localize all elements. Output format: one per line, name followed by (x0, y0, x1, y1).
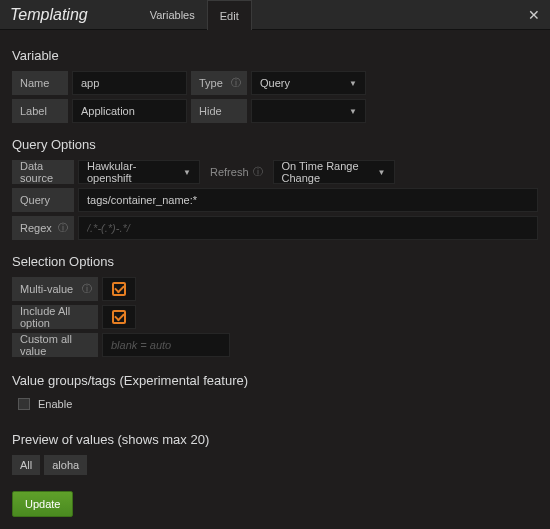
query-label: Query (12, 188, 74, 212)
enable-checkbox[interactable] (18, 398, 30, 410)
enable-label: Enable (38, 398, 72, 410)
regex-label: Regex ⓘ (12, 216, 74, 240)
regex-input[interactable] (78, 216, 538, 240)
section-variable: Variable (12, 48, 538, 63)
refresh-label: Refresh ⓘ (204, 160, 269, 184)
regex-label-text: Regex (20, 222, 52, 234)
check-icon (112, 310, 126, 324)
hide-label: Hide (191, 99, 247, 123)
label-input[interactable] (72, 99, 187, 123)
refresh-select[interactable]: On Time Range Change ▼ (273, 160, 395, 184)
name-label: Name (12, 71, 68, 95)
type-label-text: Type (199, 77, 223, 89)
section-selection: Selection Options (12, 254, 538, 269)
section-query-options: Query Options (12, 137, 538, 152)
info-icon[interactable]: ⓘ (82, 282, 92, 296)
datasource-select[interactable]: Hawkular-openshift ▼ (78, 160, 200, 184)
name-input[interactable] (72, 71, 187, 95)
tab-edit[interactable]: Edit (207, 0, 252, 30)
preview-value: aloha (44, 455, 87, 475)
check-icon (112, 282, 126, 296)
datasource-select-value: Hawkular-openshift (87, 160, 177, 184)
caret-down-icon: ▼ (349, 79, 357, 88)
label-label: Label (12, 99, 68, 123)
caret-down-icon: ▼ (378, 168, 386, 177)
customall-label: Custom all value (12, 333, 98, 357)
info-icon[interactable]: ⓘ (253, 165, 263, 179)
tab-variables[interactable]: Variables (138, 0, 207, 29)
caret-down-icon: ▼ (183, 168, 191, 177)
multivalue-label-text: Multi-value (20, 283, 73, 295)
section-groups: Value groups/tags (Experimental feature) (12, 373, 538, 388)
includeall-label: Include All option (12, 305, 98, 329)
customall-input[interactable] (102, 333, 230, 357)
hide-select[interactable]: ▼ (251, 99, 366, 123)
query-input[interactable] (78, 188, 538, 212)
page-title: Templating (10, 6, 88, 24)
caret-down-icon: ▼ (349, 107, 357, 116)
refresh-select-value: On Time Range Change (282, 160, 372, 184)
datasource-label: Data source (12, 160, 74, 184)
section-preview: Preview of values (shows max 20) (12, 432, 538, 447)
multivalue-label: Multi-value ⓘ (12, 277, 98, 301)
type-label: Type ⓘ (191, 71, 247, 95)
info-icon[interactable]: ⓘ (231, 76, 241, 90)
type-select[interactable]: Query ▼ (251, 71, 366, 95)
update-button[interactable]: Update (12, 491, 73, 517)
preview-value: All (12, 455, 40, 475)
multivalue-checkbox[interactable] (102, 277, 136, 301)
close-icon[interactable]: ✕ (528, 7, 540, 23)
info-icon[interactable]: ⓘ (58, 221, 68, 235)
includeall-checkbox[interactable] (102, 305, 136, 329)
type-select-value: Query (260, 77, 290, 89)
